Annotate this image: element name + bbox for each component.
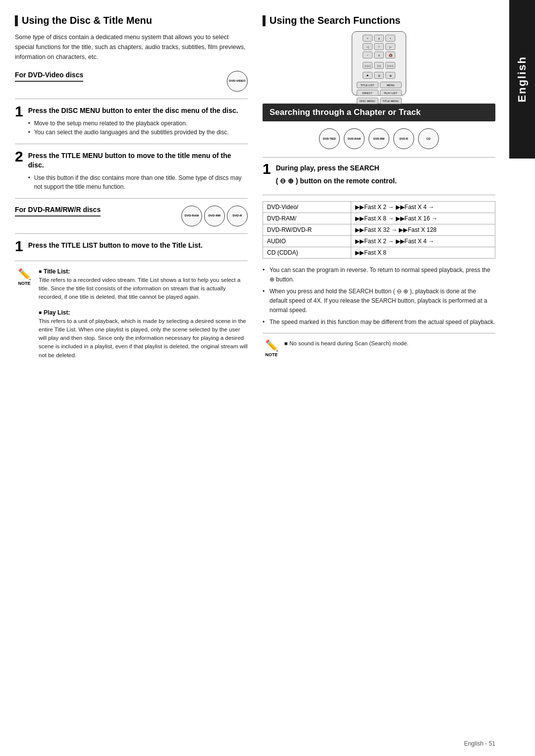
step2-content: Press the TITLE MENU button to move to t…	[28, 151, 248, 191]
dvd-video-subsection: For DVD-Video discs DVD-VIDEO	[15, 71, 248, 92]
remote-btn-right: ▷	[385, 43, 395, 50]
right-icon-dvd-ram: DVD-RAM	[344, 128, 365, 149]
right-bullet-1: You can scan the program in reverse. To …	[263, 266, 495, 284]
play-list-text: This refers to a unit of playback, which…	[39, 317, 248, 360]
step3-content: Press the TITLE LIST button to move to t…	[28, 241, 248, 254]
right-step1-content: During play, press the SEARCH ( ⊖ ⊕ ) bu…	[276, 163, 397, 189]
right-note-label: NOTE	[265, 352, 277, 357]
remote-btn-plus: +	[363, 35, 373, 42]
remote-btn-minus: −	[363, 52, 373, 58]
right-step1-block: 1 During play, press the SEARCH ( ⊖ ⊕ ) …	[263, 163, 495, 189]
right-icon-dvd-rw: DVD-RW	[369, 128, 389, 149]
page-footer: English - 51	[464, 740, 495, 747]
right-section-title: Using the Search Functions	[263, 15, 495, 26]
note-label: NOTE	[18, 281, 30, 286]
speed-table-device: AUDIO	[263, 236, 351, 247]
dvd-rw-icon: DVD-RW	[204, 206, 225, 226]
right-bullets: You can scan the program in reverse. To …	[263, 266, 495, 327]
right-note-block: ✏️ NOTE ■ No sound is heard during Scan …	[263, 339, 495, 357]
right-icon-dvd-tied: DVD-TIED	[319, 128, 340, 149]
remote-btn-search-fwd: ⊕	[385, 72, 395, 79]
side-tab-label: English	[516, 56, 529, 102]
step2-block: 2 Press the TITLE MENU button to move to…	[15, 151, 248, 191]
step1-heading: Press the DISC MENU button to enter the …	[28, 106, 248, 116]
step1-number: 1	[15, 104, 23, 137]
step1-block: 1 Press the DISC MENU button to enter th…	[15, 106, 248, 137]
step3-block: 1 Press the TITLE LIST button to move to…	[15, 241, 248, 254]
note-content: Title List: Title refers to a recorded v…	[39, 268, 248, 360]
right-icon-cd: CD	[418, 128, 439, 149]
pencil-icon: ✏️	[18, 268, 31, 281]
left-section-title: Using the Disc & Title Menu	[15, 15, 248, 26]
remote-btn-vol: +	[385, 35, 395, 42]
step2-number: 2	[15, 149, 23, 191]
dvd-ram-icon: DVD-RAM	[181, 206, 202, 226]
right-icon-dvd-r: DVD-R	[393, 128, 414, 149]
right-note-text: ■ No sound is heard during Scan (Search)…	[284, 339, 495, 348]
step1-content: Press the DISC MENU button to enter the …	[28, 106, 248, 137]
right-bullet-2: When you press and hold the SEARCH butto…	[263, 287, 495, 315]
remote-btn-play: ▷|	[374, 62, 384, 69]
remote-btn-down: ∨	[374, 52, 384, 58]
remote-btn-mute: 🔇	[385, 52, 395, 58]
remote-btn-menu: MENU	[380, 82, 402, 88]
note-block: ✏️ NOTE Title List: Title refers to a re…	[15, 268, 248, 360]
step2-bullet-1: Use this button if the disc contains mor…	[28, 173, 248, 191]
dvd-ram-icons: DVD-RAM DVD-RW DVD-R	[181, 206, 248, 226]
dvd-video-icons: DVD-VIDEO	[227, 71, 248, 92]
right-column: Using the Search Functions + ∧ + ◁ ○ ▷	[263, 15, 500, 741]
right-note-icon-area: ✏️ NOTE	[263, 339, 280, 357]
remote-btn-disc-menu: DISC MENU	[357, 98, 378, 104]
step2-heading: Press the TITLE MENU button to move to t…	[28, 151, 248, 170]
remote-btn-left: ◁	[363, 43, 373, 50]
right-step1-heading2: ( ⊖ ⊕ ) button on the remote control.	[276, 176, 397, 186]
remote-image: + ∧ + ◁ ○ ▷ − ∨ 🔇 |◁◁	[263, 31, 495, 96]
remote-btn-title-list: TITLE LIST	[357, 82, 378, 88]
right-disc-icons: DVD-TIED DVD-RAM DVD-RW DVD-R CD	[263, 128, 495, 149]
speed-table-device: DVD-RAM/	[263, 213, 351, 224]
step1-bullet-1: Move to the setup menu related to the pl…	[28, 119, 248, 128]
speed-table-speeds: ▶▶Fast X 2 → ▶▶Fast X 4 →	[351, 202, 495, 213]
title-list-heading: Title List:	[39, 268, 248, 275]
left-column: Using the Disc & Title Menu Some type of…	[15, 15, 248, 741]
speed-table-speeds: ▶▶Fast X 8 → ▶▶Fast X 16 →	[351, 213, 495, 224]
speed-table-speeds: ▶▶Fast X 2 → ▶▶Fast X 4 →	[351, 236, 495, 247]
title-list-text: Title refers to a recorded video stream.…	[39, 276, 248, 302]
remote-btn-title-menu: TITLE MENU	[380, 98, 402, 104]
remote-btn-play-list: PLAY LIST	[380, 90, 402, 96]
remote-btn-stop: ■	[363, 72, 373, 79]
note-icon-area: ✏️ NOTE	[15, 268, 34, 287]
right-step1-heading: During play, press the SEARCH	[276, 163, 397, 173]
speed-table-device: DVD-RW/DVD-R	[263, 224, 351, 236]
side-tab: English	[509, 0, 535, 159]
remote-btn-next: ▷▷|	[385, 62, 395, 69]
dvd-ram-title: For DVD-RAM/RW/R discs	[15, 206, 101, 216]
left-intro-text: Some type of discs contain a dedicated m…	[15, 32, 248, 62]
step3-heading: Press the TITLE LIST button to move to t…	[28, 241, 248, 251]
speed-table: DVD-Video/▶▶Fast X 2 → ▶▶Fast X 4 →DVD-R…	[263, 201, 495, 259]
right-note-content: ■ No sound is heard during Scan (Search)…	[284, 339, 495, 357]
remote-btn-direct: DIRECT	[357, 90, 378, 96]
remote-control: + ∧ + ◁ ○ ▷ − ∨ 🔇 |◁◁	[352, 31, 406, 96]
speed-table-device: DVD-Video/	[263, 202, 351, 213]
right-bullet-3: The speed marked in this function may be…	[263, 318, 495, 327]
speed-table-speeds: ▶▶Fast X 32 → ▶▶Fast X 128	[351, 224, 495, 236]
right-pencil-icon: ✏️	[265, 339, 278, 352]
step3-number: 1	[15, 239, 23, 254]
dvd-ram-subsection: For DVD-RAM/RW/R discs DVD-RAM DVD-RW DV…	[15, 206, 248, 226]
dvd-video-title: For DVD-Video discs	[15, 71, 83, 82]
dvd-r-icon: DVD-R	[227, 206, 248, 226]
right-step1-number: 1	[263, 162, 271, 189]
search-banner: Searching through a Chapter or Track	[263, 104, 495, 121]
step1-bullet-2: You can select the audio languages and t…	[28, 128, 248, 137]
remote-btn-search-back: ⊖	[374, 72, 384, 79]
step2-bullets: Use this button if the disc contains mor…	[28, 173, 248, 191]
speed-table-device: CD (CDDA)	[263, 247, 351, 259]
dvd-video-icon: DVD-VIDEO	[227, 71, 248, 92]
play-list-heading: Play List:	[39, 309, 248, 316]
remote-btn-prev: |◁◁	[363, 62, 373, 69]
remote-btn-up: ∧	[374, 35, 384, 42]
remote-btn-ok: ○	[374, 43, 384, 50]
step1-bullets: Move to the setup menu related to the pl…	[28, 119, 248, 137]
speed-table-speeds: ▶▶Fast X 8	[351, 247, 495, 259]
